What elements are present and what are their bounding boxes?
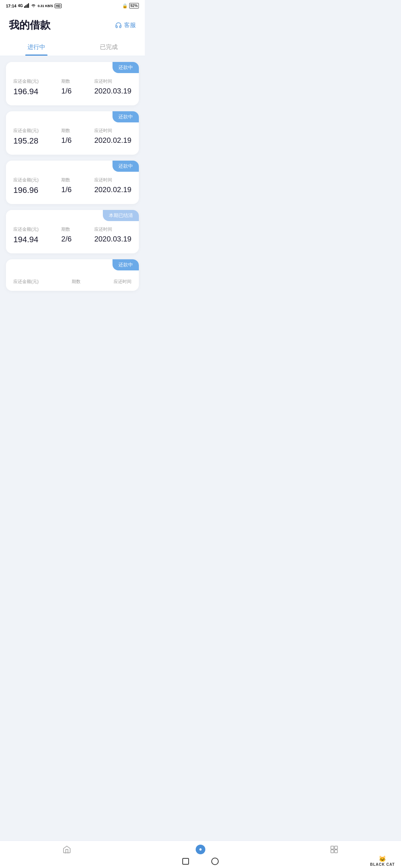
partial-periods-label: 期数 bbox=[72, 279, 81, 285]
loan-card-4[interactable]: 本期已结清 应还金额(元) 194.94 期数 2/6 应还时间 2020.03… bbox=[6, 210, 139, 253]
loan-fields-1: 应还金额(元) 196.94 期数 1/6 应还时间 2020.03.19 bbox=[13, 78, 131, 96]
status-left: 17:14 4G 0.31 KB/S HD bbox=[6, 3, 62, 9]
time: 17:14 bbox=[6, 4, 16, 8]
loan-date-field-2: 应还时间 2020.02.19 bbox=[94, 128, 131, 146]
svg-rect-3 bbox=[28, 3, 29, 8]
date-value-4: 2020.03.19 bbox=[94, 235, 131, 243]
service-button[interactable]: 客服 bbox=[115, 22, 136, 29]
loan-fields-2: 应还金额(元) 195.28 期数 1/6 应还时间 2020.02.19 bbox=[13, 128, 131, 146]
partial-date-label: 应还时间 bbox=[114, 279, 131, 285]
loan-fields-3: 应还金额(元) 196.96 期数 1/6 应还时间 2020.02.19 bbox=[13, 177, 131, 195]
periods-label-2: 期数 bbox=[61, 128, 72, 134]
loan-card-5-partial[interactable]: 还款中 应还金额(元) 期数 应还时间 bbox=[6, 259, 139, 291]
battery-icon: 92% bbox=[129, 3, 139, 9]
loan-periods-field-4: 期数 2/6 bbox=[61, 226, 72, 244]
loan-status-badge-4: 本期已结清 bbox=[103, 210, 139, 221]
amount-label-4: 应还金额(元) bbox=[13, 226, 39, 233]
date-label-3: 应还时间 bbox=[94, 177, 131, 183]
status-bar: 17:14 4G 0.31 KB/S HD 🔒 92% bbox=[0, 0, 145, 11]
periods-value-4: 2/6 bbox=[61, 235, 72, 243]
service-label: 客服 bbox=[124, 22, 136, 29]
loan-date-field-3: 应还时间 2020.02.19 bbox=[94, 177, 131, 195]
loan-status-badge-1: 还款中 bbox=[113, 62, 139, 73]
signal-icon bbox=[24, 3, 29, 9]
speed: 0.31 KB/S bbox=[38, 4, 53, 8]
network-icon: 4G bbox=[18, 4, 23, 8]
periods-value-1: 1/6 bbox=[61, 87, 72, 95]
status-right: 🔒 92% bbox=[122, 3, 139, 9]
lock-icon: 🔒 bbox=[122, 3, 128, 9]
date-value-1: 2020.03.19 bbox=[94, 87, 131, 95]
loan-status-badge-5: 还款中 bbox=[113, 259, 139, 270]
loan-list: 还款中 应还金额(元) 196.94 期数 1/6 应还时间 2020.03.1… bbox=[0, 56, 145, 328]
page-title: 我的借款 bbox=[9, 18, 50, 32]
headphone-icon bbox=[115, 22, 122, 29]
loan-amount-field-2: 应还金额(元) 195.28 bbox=[13, 128, 39, 146]
loan-card-1[interactable]: 还款中 应还金额(元) 196.94 期数 1/6 应还时间 2020.03.1… bbox=[6, 62, 139, 105]
hd-badge: HD bbox=[55, 4, 62, 8]
loan-status-badge-2: 还款中 bbox=[113, 111, 139, 122]
loan-amount-field-4: 应还金额(元) 194.94 bbox=[13, 226, 39, 244]
svg-rect-2 bbox=[27, 4, 28, 8]
amount-value-3: 196.96 bbox=[13, 185, 39, 195]
amount-label-1: 应还金额(元) bbox=[13, 78, 39, 85]
loan-fields-4: 应还金额(元) 194.94 期数 2/6 应还时间 2020.03.19 bbox=[13, 226, 131, 244]
amount-value-2: 195.28 bbox=[13, 136, 39, 146]
loan-status-badge-3: 还款中 bbox=[113, 161, 139, 172]
date-value-3: 2020.02.19 bbox=[94, 185, 131, 194]
tab-completed[interactable]: 已完成 bbox=[72, 38, 145, 56]
wifi-icon bbox=[31, 3, 36, 9]
date-label-2: 应还时间 bbox=[94, 128, 131, 134]
periods-label-3: 期数 bbox=[61, 177, 72, 183]
periods-value-3: 1/6 bbox=[61, 185, 72, 194]
date-value-2: 2020.02.19 bbox=[94, 136, 131, 145]
tabs-container: 进行中 已完成 bbox=[0, 38, 145, 56]
loan-date-field-1: 应还时间 2020.03.19 bbox=[94, 78, 131, 96]
date-label-4: 应还时间 bbox=[94, 226, 131, 233]
loan-card-3[interactable]: 还款中 应还金额(元) 196.96 期数 1/6 应还时间 2020.02.1… bbox=[6, 161, 139, 204]
loan-amount-field-1: 应还金额(元) 196.94 bbox=[13, 78, 39, 96]
loan-date-field-4: 应还时间 2020.03.19 bbox=[94, 226, 131, 244]
periods-value-2: 1/6 bbox=[61, 136, 72, 145]
amount-value-1: 196.94 bbox=[13, 87, 39, 96]
periods-label-4: 期数 bbox=[61, 226, 72, 233]
amount-value-4: 194.94 bbox=[13, 235, 39, 244]
svg-rect-0 bbox=[24, 6, 25, 8]
partial-amount-label: 应还金额(元) bbox=[13, 279, 39, 285]
tab-ongoing[interactable]: 进行中 bbox=[0, 38, 72, 56]
svg-rect-1 bbox=[26, 5, 27, 8]
loan-card-2[interactable]: 还款中 应还金额(元) 195.28 期数 1/6 应还时间 2020.02.1… bbox=[6, 111, 139, 155]
loan-amount-field-3: 应还金额(元) 196.96 bbox=[13, 177, 39, 195]
periods-label-1: 期数 bbox=[61, 78, 72, 85]
loan-periods-field-3: 期数 1/6 bbox=[61, 177, 72, 195]
header: 我的借款 客服 bbox=[0, 11, 145, 38]
amount-label-3: 应还金额(元) bbox=[13, 177, 39, 183]
date-label-1: 应还时间 bbox=[94, 78, 131, 85]
loan-periods-field-1: 期数 1/6 bbox=[61, 78, 72, 96]
loan-periods-field-2: 期数 1/6 bbox=[61, 128, 72, 146]
amount-label-2: 应还金额(元) bbox=[13, 128, 39, 134]
